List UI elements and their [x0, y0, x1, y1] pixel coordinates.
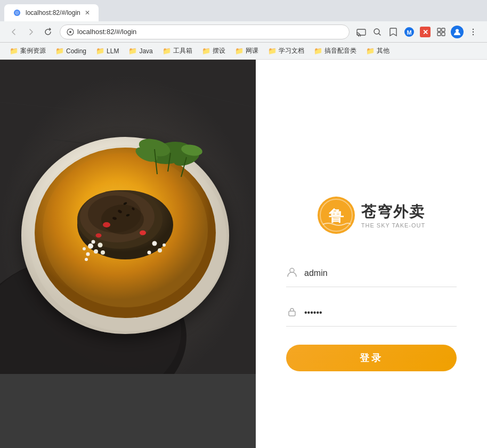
lock-icon	[286, 306, 298, 320]
bookmark-label: 其他	[377, 46, 389, 55]
bookmark-button[interactable]	[386, 25, 401, 39]
bookmark-other[interactable]: 📁 其他	[362, 45, 394, 57]
bookmark-label: 工具箱	[173, 46, 192, 55]
folder-icon: 📁	[96, 47, 104, 55]
folder-icon: 📁	[10, 47, 18, 55]
bookmark-docs[interactable]: 📁 学习文档	[264, 45, 309, 57]
search-button[interactable]	[370, 25, 385, 39]
svg-text:✕: ✕	[423, 28, 428, 36]
svg-point-1	[15, 11, 19, 15]
bookmark-label: Java	[139, 47, 152, 55]
nav-bar: localhost:82/#/login M ✕	[0, 21, 487, 43]
forward-button[interactable]	[23, 25, 38, 39]
svg-rect-13	[442, 32, 445, 36]
bookmark-llm[interactable]: 📁 LLM	[92, 45, 123, 56]
bookmark-label: 摆设	[213, 46, 225, 55]
active-tab[interactable]: localhost:82/#/login ✕	[4, 4, 99, 21]
profile-avatar	[451, 26, 464, 38]
bookmark-courses[interactable]: 📁 网课	[231, 45, 263, 57]
logo-title: 苍穹外卖	[361, 202, 426, 222]
bookmark-label: 网课	[246, 46, 258, 55]
svg-text:M: M	[407, 29, 411, 35]
svg-point-49	[140, 231, 146, 235]
tab-title: localhost:82/#/login	[26, 9, 80, 17]
svg-point-3	[69, 31, 71, 33]
svg-point-17	[473, 34, 474, 35]
folder-icon: 📁	[163, 47, 171, 55]
svg-rect-4	[357, 29, 366, 35]
svg-point-38	[86, 252, 90, 256]
food-image-svg	[0, 60, 256, 374]
bookmarks-bar: 📁 案例资源 📁 Coding 📁 LLM 📁 Java 📁 工具箱 📁 摆设 …	[0, 43, 487, 60]
bookmark-coding[interactable]: 📁 Coding	[51, 45, 91, 56]
svg-rect-11	[442, 28, 445, 31]
tab-favicon	[13, 9, 21, 17]
address-bar[interactable]: localhost:82/#/login	[60, 25, 350, 39]
svg-point-39	[98, 243, 103, 248]
svg-point-46	[148, 251, 151, 255]
back-button[interactable]	[6, 25, 21, 39]
svg-point-50	[96, 233, 102, 238]
svg-point-14	[456, 29, 459, 32]
svg-point-42	[101, 250, 105, 255]
extensions-button[interactable]	[434, 25, 449, 39]
login-page: 鲁 苍穹外卖 THE SKY TAKE-OUT	[0, 60, 487, 448]
folder-icon: 📁	[268, 47, 277, 55]
food-image-panel	[0, 60, 256, 448]
profile-button[interactable]	[450, 25, 465, 39]
folder-icon: 📁	[128, 47, 137, 55]
logo-text: 苍穹外卖 THE SKY TAKE-OUT	[361, 202, 426, 229]
svg-point-41	[92, 240, 95, 244]
svg-rect-68	[289, 311, 295, 316]
folder-icon: 📁	[55, 47, 64, 55]
bookmark-label: LLM	[107, 47, 119, 55]
username-input[interactable]	[304, 268, 457, 278]
nav-actions: M ✕	[354, 25, 481, 39]
svg-rect-10	[437, 28, 441, 31]
svg-point-35	[101, 205, 144, 234]
logo-subtitle: THE SKY TAKE-OUT	[361, 222, 426, 229]
svg-point-44	[152, 241, 157, 246]
svg-point-15	[473, 28, 474, 29]
bookmark-tools[interactable]: 📁 工具箱	[158, 45, 197, 57]
login-form: 登录	[286, 260, 457, 371]
svg-point-37	[94, 249, 98, 254]
bookmark-audio[interactable]: 📁 搞音配音类	[310, 45, 361, 57]
svg-point-36	[88, 243, 93, 249]
menu-button[interactable]	[466, 25, 481, 39]
folder-icon: 📁	[202, 47, 210, 55]
bookmark-props[interactable]: 📁 摆设	[198, 45, 230, 57]
password-input-group	[286, 300, 457, 327]
login-button[interactable]: 登录	[286, 345, 457, 371]
user-icon	[286, 267, 298, 280]
reload-button[interactable]	[40, 25, 55, 39]
folder-icon: 📁	[314, 47, 322, 55]
tab-bar: localhost:82/#/login ✕	[0, 0, 487, 21]
svg-text:鲁: 鲁	[329, 208, 344, 224]
cast-button[interactable]	[354, 25, 369, 39]
extension-button[interactable]: M	[402, 25, 417, 39]
browser-chrome: localhost:82/#/login ✕ localhost:82/#/lo…	[0, 0, 487, 60]
svg-point-43	[85, 258, 88, 261]
svg-point-16	[473, 31, 474, 32]
logo-icon: 鲁	[318, 197, 355, 234]
password-input[interactable]	[304, 308, 457, 317]
address-text: localhost:82/#/login	[77, 28, 136, 36]
x-button[interactable]: ✕	[418, 25, 433, 39]
username-input-group	[286, 260, 457, 287]
tab-close-button[interactable]: ✕	[85, 9, 90, 17]
svg-point-45	[158, 248, 162, 252]
folder-icon: 📁	[235, 47, 243, 55]
bookmark-java[interactable]: 📁 Java	[124, 45, 157, 56]
svg-point-48	[103, 222, 110, 227]
login-form-panel: 鲁 苍穹外卖 THE SKY TAKE-OUT	[256, 60, 487, 448]
bookmark-label: 搞音配音类	[324, 46, 356, 55]
folder-icon: 📁	[366, 47, 375, 55]
bookmark-label: Coding	[66, 47, 86, 55]
svg-point-40	[83, 247, 86, 250]
bookmark-cases[interactable]: 📁 案例资源	[5, 45, 50, 57]
logo-area: 鲁 苍穹外卖 THE SKY TAKE-OUT	[318, 197, 426, 234]
bookmark-label: 学习文档	[279, 46, 304, 55]
bookmark-label: 案例资源	[20, 46, 46, 55]
svg-point-47	[163, 243, 166, 247]
